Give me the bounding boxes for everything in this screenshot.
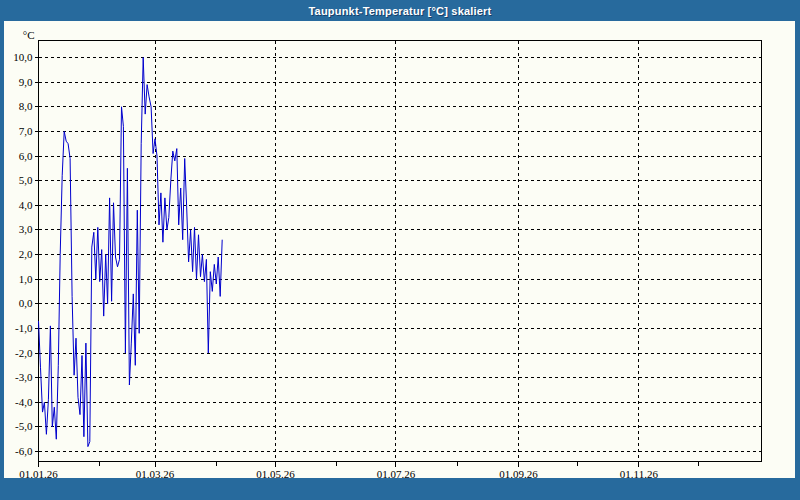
app-window: Taupunkt-Temperatur [°C] skaliert 10,09,… [0,0,800,500]
chart-panel [4,21,795,478]
window-titlebar[interactable]: Taupunkt-Temperatur [°C] skaliert [0,0,800,21]
window-title: Taupunkt-Temperatur [°C] skaliert [309,5,492,17]
